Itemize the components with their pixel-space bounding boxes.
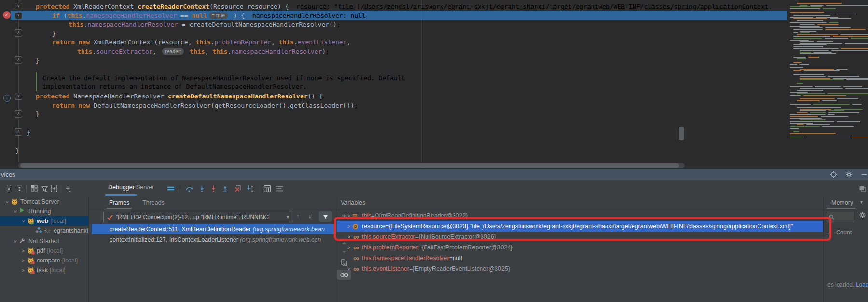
tree-frames-divider[interactable]	[88, 196, 89, 302]
sidebar-item-pdf[interactable]: >pdf[local]	[0, 246, 88, 256]
variable-row-this-problemReporter[interactable]: >oothis.problemReporter = {FailFastProbl…	[337, 242, 823, 253]
minimap-line	[790, 22, 827, 23]
stack-frame-row[interactable]: contextInitialized:127, IrisContextLoade…	[92, 234, 336, 245]
variables-memory-divider[interactable]	[823, 196, 824, 302]
sidebar-item-not-started[interactable]: >Not Started	[0, 236, 88, 246]
tab-threads[interactable]: Threads	[142, 199, 165, 206]
debugger-inline-hint: namespaceHandlerResolver: null	[252, 12, 366, 19]
tree-chevron-icon[interactable]: >	[13, 208, 18, 214]
restore-layout-icon[interactable]	[858, 184, 868, 193]
tab-debugger[interactable]: Debugger	[108, 184, 135, 191]
hscroll-thumb[interactable]	[20, 163, 679, 168]
override-method-icon[interactable]: ↓	[3, 95, 11, 102]
locate-icon[interactable]	[830, 171, 839, 178]
minimap-line	[793, 36, 830, 37]
thread-selector-dropdown[interactable]: "RMI TCP Connection(2)-12...up "RMI Runt…	[103, 211, 293, 223]
tree-chevron-icon[interactable]: >	[20, 248, 26, 254]
memory-header[interactable]: Memory	[831, 199, 853, 206]
sidebar-item-egrantshanxiweb[interactable]: egrantshanxiweb	[0, 226, 88, 235]
filter-icon[interactable]	[40, 184, 49, 193]
tree-chevron-icon[interactable]: >	[20, 258, 26, 263]
code-token: protected	[36, 93, 73, 100]
expand-chevron-icon[interactable]: >	[345, 266, 352, 272]
variable-value: {FailFastProblemReporter@3024}	[422, 244, 512, 251]
frame-down-icon[interactable]: ↓	[308, 212, 312, 220]
code-line[interactable]: implementation returns an instance of De…	[42, 82, 307, 91]
step-over-icon[interactable]	[184, 184, 194, 193]
hide-library-frames-toggle[interactable]	[319, 211, 332, 222]
sidebar-item-tomcat-server[interactable]: >Tomcat Server	[0, 197, 88, 206]
vertical-scrollbar-thumb[interactable]	[679, 127, 684, 140]
tree-chevron-icon[interactable]: >	[21, 218, 26, 224]
sidebar-item-running[interactable]: >Running	[0, 206, 88, 216]
debug-layout-menu-icon[interactable]	[166, 184, 176, 193]
sidebar-item-compare[interactable]: >compare[local]	[0, 256, 88, 265]
fold-marker-icon[interactable]: ∧	[15, 110, 22, 118]
minimap-line	[808, 57, 820, 58]
code-line[interactable]: this.sourceExtractor, reader: this, this…	[77, 47, 330, 56]
stack-frame-row[interactable]: createReaderContext:511, XmlBeanDefiniti…	[92, 224, 336, 234]
tree-item-suffix: [local]	[50, 267, 66, 274]
group-by-icon[interactable]	[30, 184, 40, 193]
expand-all-icon[interactable]	[4, 184, 14, 193]
code-line[interactable]: protected NamespaceHandlerResolver creat…	[36, 92, 323, 101]
fold-marker-icon[interactable]: ∧	[15, 56, 22, 64]
code-line[interactable]: Create the default implementation of Nam…	[42, 73, 405, 82]
code-line[interactable]: }	[36, 110, 40, 119]
code-line[interactable]: }	[15, 146, 19, 155]
frames-variables-divider[interactable]	[336, 196, 336, 302]
minimap-line	[815, 86, 841, 87]
code-line[interactable]: return new XmlReaderContext(resource, th…	[52, 38, 350, 47]
collapse-all-icon[interactable]	[14, 184, 24, 193]
add-icon[interactable]	[63, 184, 72, 193]
minimap-line	[793, 46, 823, 47]
code-line[interactable]: }	[36, 56, 40, 65]
horizontal-scrollbar[interactable]	[18, 163, 685, 168]
sidebar-item-web[interactable]: >web[local]	[0, 216, 88, 226]
code-line[interactable]: this.namespaceHandlerResolver = createDe…	[69, 20, 341, 29]
drop-frame-icon[interactable]	[233, 184, 242, 193]
add-service-frame-icon[interactable]	[49, 184, 59, 193]
memory-settings-gear-icon[interactable]	[856, 211, 868, 219]
code-minimap[interactable]	[790, 2, 866, 141]
tab-frames[interactable]: Frames	[109, 199, 129, 206]
hide-panel-icon[interactable]	[861, 171, 868, 178]
memory-collapse-chevron-icon[interactable]: ▼	[859, 200, 864, 205]
fold-marker-icon[interactable]: ∧	[15, 128, 22, 136]
sidebar-item-task[interactable]: >task[local]	[0, 265, 88, 275]
memory-load-link[interactable]: Load	[856, 281, 868, 288]
frame-up-icon[interactable]: ↑	[296, 212, 300, 220]
minimap-line	[800, 14, 835, 14]
tab-server[interactable]: Server	[136, 184, 154, 191]
thread-selector-value: "RMI TCP Connection(2)-12...up "RMI Runt…	[116, 214, 269, 220]
step-into-icon[interactable]	[197, 184, 207, 193]
code-line[interactable]: return new DefaultNamespaceHandlerResolv…	[52, 101, 358, 110]
fold-marker-icon[interactable]: ∧	[15, 29, 22, 37]
layout-settings-icon[interactable]	[275, 184, 285, 193]
code-line[interactable]: protected XmlReaderContext createReaderC…	[36, 2, 772, 11]
breakpoint-icon[interactable]: ✓	[3, 11, 11, 19]
code-token: return new	[52, 39, 94, 46]
code-line[interactable]: }	[52, 29, 56, 38]
tree-chevron-icon[interactable]: >	[13, 238, 18, 244]
code-line[interactable]: if (this.namespaceHandlerResolver == nul…	[52, 11, 366, 20]
expand-chevron-icon[interactable]: >	[345, 245, 352, 250]
minimap-line	[830, 18, 851, 19]
settings-gear-icon[interactable]	[845, 171, 854, 178]
variable-row-this-namespaceHandlerResolver[interactable]: oothis.namespaceHandlerResolver = null	[337, 253, 823, 263]
step-out-icon[interactable]	[220, 184, 230, 193]
evaluate-expression-icon[interactable]	[262, 184, 272, 193]
fold-marker-icon[interactable]: ∨	[15, 3, 22, 10]
fold-marker-icon[interactable]: ∨	[15, 12, 22, 19]
code-token: implementation returns an instance of	[42, 83, 186, 90]
run-to-cursor-icon[interactable]	[245, 184, 255, 193]
force-step-into-icon[interactable]	[208, 184, 218, 193]
code-line[interactable]: }	[27, 128, 30, 137]
minimap-line	[790, 92, 808, 93]
variable-row-this-eventListener[interactable]: >oothis.eventListener = {EmptyReaderEven…	[337, 263, 823, 274]
fold-marker-icon[interactable]: ∨	[15, 93, 22, 100]
tree-chevron-icon[interactable]: >	[20, 268, 26, 273]
code-editor[interactable]: ✓ ↓ protected XmlReaderContext createRea…	[0, 0, 868, 169]
tree-chevron-icon[interactable]: >	[4, 199, 10, 205]
code-token: NamespaceHandlerResolver	[73, 93, 168, 100]
